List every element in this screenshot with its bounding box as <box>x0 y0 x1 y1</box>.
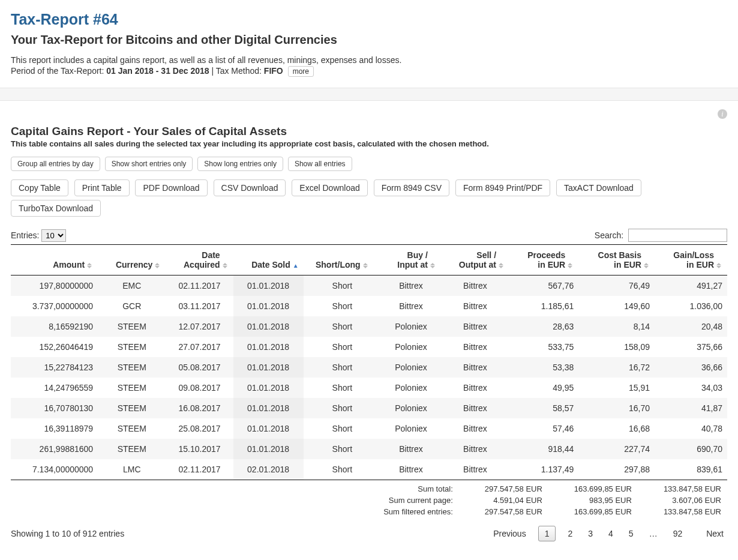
cell-amount: 8,16592190 <box>11 316 98 337</box>
cell-acquired: 03.11.2017 <box>166 296 233 316</box>
cell-sold: 01.01.2018 <box>233 398 304 418</box>
group-by-day-button[interactable]: Group all entries by day <box>11 157 100 171</box>
cell-sell: Bittrex <box>441 337 509 357</box>
info-icon[interactable]: i <box>718 109 727 119</box>
show-all-button[interactable]: Show all entries <box>288 157 352 171</box>
cell-acquired: 25.08.2017 <box>166 418 233 439</box>
col-gain-loss[interactable]: Gain/Loss in EUR <box>655 245 727 275</box>
entries-select[interactable]: 10 <box>41 229 66 242</box>
cell-cost: 297,88 <box>578 459 655 480</box>
cell-buy: Poloniex <box>381 398 441 418</box>
excel-download-button[interactable]: Excel Download <box>292 179 367 196</box>
cell-proceeds: 57,46 <box>509 418 578 439</box>
cell-shortlong: Short <box>304 378 382 398</box>
taxact-download-button[interactable]: TaxACT Download <box>556 179 641 196</box>
col-proceeds[interactable]: Proceeds in EUR <box>509 245 578 275</box>
search-input[interactable] <box>628 229 727 242</box>
table-row: 261,99881600STEEM15.10.201701.01.2018Sho… <box>11 439 727 459</box>
cell-currency: STEEM <box>98 357 166 378</box>
sort-icon <box>155 263 161 268</box>
pagination: Previous 12345…92 Next <box>490 526 727 541</box>
cell-amount: 3.737,00000000 <box>11 296 98 316</box>
cell-buy: Bittrex <box>381 459 441 480</box>
print-table-button[interactable]: Print Table <box>74 179 130 196</box>
cell-proceeds: 1.137,49 <box>509 459 578 480</box>
previous-button[interactable]: Previous <box>490 526 529 541</box>
sort-icon <box>644 263 650 268</box>
page-4[interactable]: 4 <box>605 526 617 541</box>
more-button[interactable]: more <box>288 66 314 77</box>
cell-buy: Poloniex <box>381 378 441 398</box>
cell-buy: Bittrex <box>381 296 441 316</box>
page-2[interactable]: 2 <box>564 526 576 541</box>
cell-shortlong: Short <box>304 439 382 459</box>
cell-shortlong: Short <box>304 337 382 357</box>
cell-proceeds: 53,38 <box>509 357 578 378</box>
cell-currency: GCR <box>98 296 166 316</box>
page-title: Tax-Report #64 <box>11 11 727 28</box>
sum-page-proceeds: 4.591,04 EUR <box>459 495 547 505</box>
tax-method-label: | Tax Method: <box>209 66 264 76</box>
table-row: 16,70780130STEEM16.08.201701.01.2018Shor… <box>11 398 727 418</box>
table-row: 15,22784123STEEM05.08.201701.01.2018Shor… <box>11 357 727 378</box>
cell-gain: 839,61 <box>655 459 727 480</box>
cell-proceeds: 567,76 <box>509 275 578 297</box>
report-period-line: Period of the Tax-Report: 01 Jan 2018 - … <box>11 66 727 77</box>
col-date-sold[interactable]: Date Sold ▲ <box>233 245 304 275</box>
cell-sell: Bittrex <box>441 439 509 459</box>
col-date-acquired[interactable]: Date Acquired <box>166 245 233 275</box>
cell-currency: STEEM <box>98 316 166 337</box>
csv-download-button[interactable]: CSV Download <box>214 179 286 196</box>
page-92[interactable]: 92 <box>670 526 686 541</box>
col-currency[interactable]: Currency <box>98 245 166 275</box>
cell-cost: 15,91 <box>578 378 655 398</box>
show-long-button[interactable]: Show long entries only <box>197 157 283 171</box>
cell-currency: EMC <box>98 275 166 297</box>
col-cost-basis[interactable]: Cost Basis in EUR <box>578 245 655 275</box>
cell-sold: 02.01.2018 <box>233 459 304 480</box>
cell-acquired: 27.07.2017 <box>166 337 233 357</box>
cell-amount: 7.134,00000000 <box>11 459 98 480</box>
col-short-long[interactable]: Short/Long <box>304 245 382 275</box>
form8949-pdf-button[interactable]: Form 8949 Print/PDF <box>455 179 550 196</box>
cell-cost: 16,68 <box>578 418 655 439</box>
cell-proceeds: 533,75 <box>509 337 578 357</box>
cell-gain: 375,66 <box>655 337 727 357</box>
sum-page-cost: 983,95 EUR <box>548 495 637 505</box>
entries-control: Entries: 10 <box>11 229 66 242</box>
cell-shortlong: Short <box>304 296 382 316</box>
cell-proceeds: 28,63 <box>509 316 578 337</box>
sum-filtered-label: Sum filtered entries: <box>379 507 458 517</box>
cell-buy: Bittrex <box>381 275 441 297</box>
period-label: Period of the Tax-Report: <box>11 66 106 76</box>
copy-table-button[interactable]: Copy Table <box>11 179 68 196</box>
section-divider <box>0 88 738 101</box>
cell-sold: 01.01.2018 <box>233 418 304 439</box>
form8949-csv-button[interactable]: Form 8949 CSV <box>374 179 449 196</box>
filter-buttons: Group all entries by day Show short entr… <box>11 157 727 171</box>
cell-sell: Bittrex <box>441 418 509 439</box>
search-control: Search: <box>595 229 727 242</box>
cell-shortlong: Short <box>304 398 382 418</box>
sum-filtered-cost: 163.699,85 EUR <box>548 507 637 517</box>
cell-currency: STEEM <box>98 378 166 398</box>
cell-cost: 8,14 <box>578 316 655 337</box>
col-buy-input[interactable]: Buy / Input at <box>381 245 441 275</box>
cell-cost: 76,49 <box>578 275 655 297</box>
col-amount[interactable]: Amount <box>11 245 98 275</box>
cell-proceeds: 918,44 <box>509 439 578 459</box>
cell-gain: 34,03 <box>655 378 727 398</box>
page-1[interactable]: 1 <box>538 526 556 541</box>
show-short-button[interactable]: Show short entries only <box>105 157 193 171</box>
period-value: 01 Jan 2018 - 31 Dec 2018 <box>106 66 209 76</box>
turbotax-download-button[interactable]: TurboTax Download <box>11 200 101 217</box>
page-5[interactable]: 5 <box>625 526 637 541</box>
pdf-download-button[interactable]: PDF Download <box>135 179 207 196</box>
col-sell-output[interactable]: Sell / Output at <box>441 245 509 275</box>
cell-acquired: 16.08.2017 <box>166 398 233 418</box>
page-3[interactable]: 3 <box>584 526 596 541</box>
cell-sold: 01.01.2018 <box>233 296 304 316</box>
cell-amount: 16,70780130 <box>11 398 98 418</box>
next-button[interactable]: Next <box>703 526 727 541</box>
cell-buy: Poloniex <box>381 357 441 378</box>
